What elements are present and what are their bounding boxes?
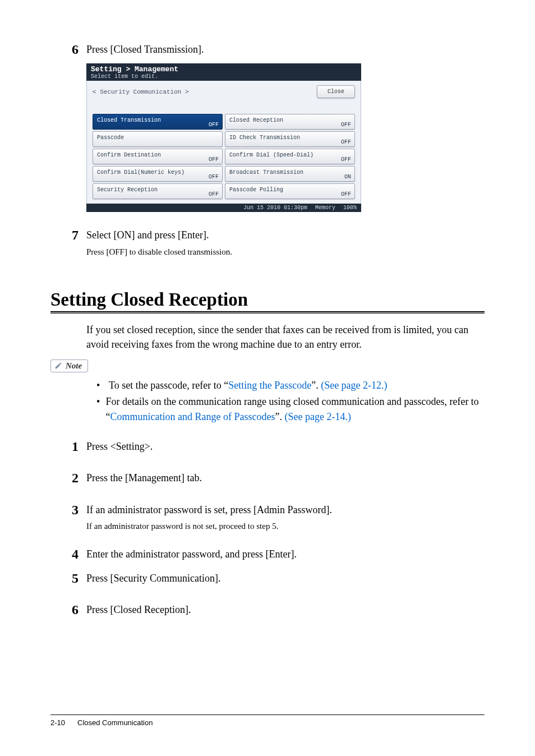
step-number: 4 — [50, 547, 86, 561]
setting-state: OFF — [209, 122, 219, 128]
setting-security-reception[interactable]: Security Reception OFF — [93, 183, 223, 199]
page-footer: 2-10 Closed Communication — [50, 714, 485, 727]
screenshot-title: Setting > Management — [91, 65, 357, 73]
setting-confirm-dial-numeric[interactable]: Confirm Dial(Numeric keys) OFF — [93, 166, 223, 182]
page-number: 2-10 — [50, 718, 65, 727]
step-text: Press [Closed Reception]. — [86, 602, 485, 617]
step-3: 3 If an administrator password is set, p… — [50, 503, 485, 517]
setting-broadcast-transmission[interactable]: Broadcast Transmission ON — [225, 166, 355, 182]
setting-label: Confirm Destination — [97, 152, 161, 158]
step-text: Press [Security Communication]. — [86, 571, 485, 586]
step-3-sub: If an administrator password is not set,… — [86, 522, 485, 531]
screenshot-subtitle: Select item to edit. — [91, 73, 357, 80]
setting-state: OFF — [341, 139, 351, 145]
step-4: 4 Enter the administrator password, and … — [50, 547, 485, 561]
step-text: Press <Setting>. — [86, 439, 485, 454]
setting-label: Closed Reception — [229, 117, 283, 123]
setting-state: OFF — [209, 174, 219, 180]
setting-state: OFF — [209, 156, 219, 163]
setting-state: OFF — [341, 122, 351, 128]
step-number: 2 — [50, 471, 86, 485]
setting-state: ON — [344, 174, 351, 180]
setting-id-check-transmission[interactable]: ID Check Transmission OFF — [225, 131, 355, 147]
bullet-item: • For details on the communication range… — [96, 394, 485, 425]
step-number: 3 — [50, 503, 86, 517]
bullet-text: ”. — [275, 411, 285, 422]
link-page-ref[interactable]: (See page 2-14.) — [285, 411, 351, 422]
status-time: Jun 15 2010 01:30pm — [243, 205, 307, 211]
step-number: 6 — [50, 42, 86, 57]
setting-confirm-destination[interactable]: Confirm Destination OFF — [93, 149, 223, 164]
setting-label: Security Reception — [97, 187, 158, 193]
heading-rule — [50, 311, 485, 314]
step-number: 6 — [50, 602, 86, 617]
bullet-dot: • — [96, 394, 102, 425]
section-intro: If you set closed reception, since the s… — [86, 322, 485, 352]
pencil-icon — [54, 362, 62, 370]
setting-label: Passcode Polling — [229, 187, 283, 193]
step-2: 2 Press the [Management] tab. — [50, 471, 485, 485]
setting-label: Confirm Dial (Speed-Dial) — [229, 152, 313, 158]
status-memory-label: Memory — [315, 205, 335, 211]
breadcrumb: < Security Communication > — [93, 89, 189, 95]
screenshot-titlebar: Setting > Management Select item to edit… — [86, 63, 361, 81]
setting-label: Passcode — [97, 135, 124, 141]
footer-section: Closed Communication — [77, 718, 153, 727]
step-text: If an administrator password is set, pre… — [86, 503, 485, 517]
link-page-ref[interactable]: (See page 2-12.) — [321, 380, 387, 391]
bullet-text: To set the passcode, refer to “ — [109, 380, 228, 391]
screenshot-statusbar: Jun 15 2010 01:30pm Memory 100% — [86, 204, 361, 212]
step-number: 5 — [50, 571, 86, 586]
step-text: Press the [Management] tab. — [86, 471, 485, 485]
setting-state: OFF — [341, 191, 351, 197]
bullet-item: • To set the passcode, refer to “Setting… — [96, 378, 485, 393]
step-text: Select [ON] and press [Enter]. — [86, 228, 485, 242]
setting-closed-reception[interactable]: Closed Reception OFF — [225, 114, 355, 130]
step-6: 6 Press [Closed Transmission]. — [50, 42, 485, 57]
setting-label: Confirm Dial(Numeric keys) — [97, 169, 185, 176]
status-memory-value: 100% — [343, 205, 357, 211]
step-text: Enter the administrator password, and pr… — [86, 547, 485, 561]
setting-closed-transmission[interactable]: Closed Transmission OFF — [93, 114, 223, 130]
step-5: 5 Press [Security Communication]. — [50, 571, 485, 586]
note-badge: Note — [50, 359, 88, 372]
step-7-sub: Press [OFF] to disable closed transmissi… — [86, 247, 485, 257]
step-1: 1 Press <Setting>. — [50, 439, 485, 454]
note-label: Note — [66, 361, 82, 371]
settings-grid: Closed Transmission OFF Closed Reception… — [93, 114, 355, 199]
section-heading: Setting Closed Reception — [50, 289, 485, 310]
link-communication-range[interactable]: Communication and Range of Passcodes — [110, 411, 275, 422]
link-setting-passcode[interactable]: Setting the Passcode — [228, 380, 311, 391]
setting-label: ID Check Transmission — [229, 135, 300, 141]
step-text: Press [Closed Transmission]. — [86, 42, 485, 57]
step-7: 7 Select [ON] and press [Enter]. — [50, 228, 485, 242]
step-6b: 6 Press [Closed Reception]. — [50, 602, 485, 617]
setting-passcode[interactable]: Passcode — [93, 131, 223, 147]
close-button[interactable]: Close — [317, 85, 355, 98]
step-number: 7 — [50, 228, 86, 242]
note-bullets: • To set the passcode, refer to “Setting… — [96, 378, 485, 425]
setting-state: OFF — [209, 191, 219, 197]
device-screenshot: Setting > Management Select item to edit… — [86, 63, 361, 212]
step-number: 1 — [50, 439, 86, 454]
setting-label: Closed Transmission — [97, 117, 161, 123]
bullet-text: ”. — [311, 380, 321, 391]
bullet-dot: • — [96, 378, 104, 393]
setting-label: Broadcast Transmission — [229, 169, 303, 176]
setting-confirm-dial-speed[interactable]: Confirm Dial (Speed-Dial) OFF — [225, 149, 355, 164]
setting-passcode-polling[interactable]: Passcode Polling OFF — [225, 183, 355, 199]
setting-state: OFF — [341, 156, 351, 163]
